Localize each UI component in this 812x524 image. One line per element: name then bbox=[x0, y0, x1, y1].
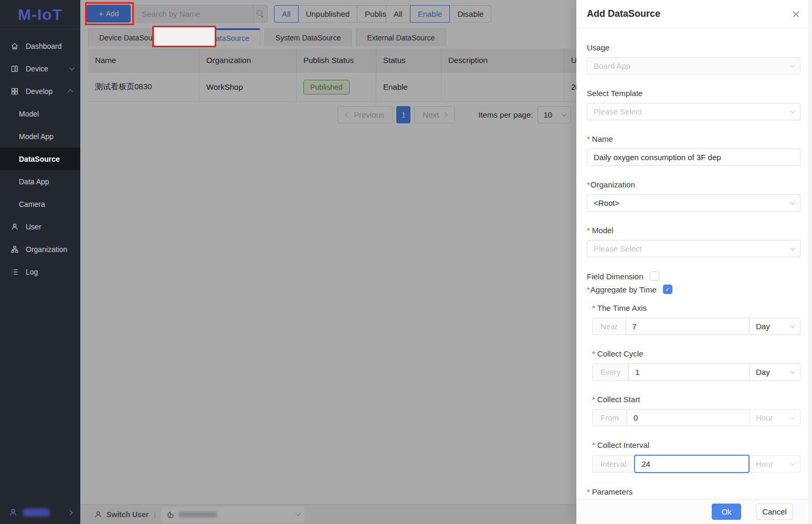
organization-label: Organization bbox=[590, 180, 635, 189]
user-avatar-icon bbox=[8, 508, 18, 517]
required-asterisk: * bbox=[592, 349, 595, 358]
chevron-down-icon bbox=[790, 323, 795, 328]
drawer-header: Add DataSource bbox=[576, 0, 812, 28]
collect-cycle-unit-select[interactable]: Day bbox=[749, 363, 800, 381]
drawer-scrollbar[interactable] bbox=[808, 0, 812, 524]
chevron-down-icon bbox=[790, 414, 795, 420]
aggregate-by-time-row: * Aggregate by Time bbox=[587, 285, 800, 294]
sidebar-item-dashboard[interactable]: Dashboard bbox=[0, 35, 80, 57]
username-redacted bbox=[23, 509, 49, 516]
sidebar: M-IoT Dashboard Device Develop Model Mod… bbox=[0, 0, 80, 524]
sidebar-item-data-app[interactable]: Data App bbox=[0, 170, 80, 193]
usage-field: Usage Board App bbox=[587, 43, 800, 75]
collect-start-field: * Collect Start From Hour bbox=[592, 395, 800, 426]
collect-interval-prefix: Interval bbox=[592, 455, 635, 473]
required-asterisk: * bbox=[587, 487, 590, 496]
add-datasource-drawer: Add DataSource Usage Board App Select Te… bbox=[576, 0, 812, 524]
required-asterisk: * bbox=[592, 395, 595, 404]
cancel-button[interactable]: Cancel bbox=[756, 504, 793, 520]
template-label: Select Template bbox=[587, 89, 800, 98]
sidebar-item-label: Log bbox=[26, 268, 73, 276]
collect-start-unit: Hour bbox=[756, 413, 773, 422]
required-asterisk: * bbox=[592, 303, 595, 312]
template-field: Select Template Please Select bbox=[587, 89, 800, 120]
usage-value: Board App bbox=[594, 61, 630, 70]
app-screen: M-IoT Dashboard Device Develop Model Mod… bbox=[0, 0, 812, 524]
required-asterisk: * bbox=[587, 180, 590, 189]
sidebar-item-log[interactable]: Log bbox=[0, 260, 80, 283]
organization-field: * Organization <Root> bbox=[587, 180, 800, 212]
usage-label: Usage bbox=[587, 43, 800, 52]
organization-icon bbox=[10, 245, 19, 254]
chevron-down-icon bbox=[790, 460, 795, 466]
sidebar-item-organization[interactable]: Organization bbox=[0, 238, 80, 260]
field-dimension-checkbox[interactable] bbox=[650, 271, 659, 281]
collect-start-label: Collect Start bbox=[597, 395, 640, 404]
ok-button[interactable]: Ok bbox=[712, 504, 741, 520]
model-field: * Model Please Select bbox=[587, 226, 800, 257]
sidebar-item-label: Develop bbox=[26, 87, 62, 96]
name-input[interactable] bbox=[587, 149, 800, 166]
template-placeholder: Please Select bbox=[594, 107, 642, 116]
sidebar-item-label: Dashboard bbox=[26, 42, 73, 50]
sidebar-item-model[interactable]: Model bbox=[0, 102, 80, 125]
drawer-title: Add DataSource bbox=[587, 8, 660, 19]
collect-cycle-unit: Day bbox=[756, 368, 770, 376]
sidebar-item-label: Device bbox=[26, 65, 62, 73]
sidebar-item-label: Organization bbox=[26, 245, 73, 254]
chevron-down-icon bbox=[69, 65, 75, 70]
collect-cycle-label: Collect Cycle bbox=[597, 349, 644, 358]
time-axis-field: * The Time Axis Near Day bbox=[592, 303, 800, 335]
time-axis-unit: Day bbox=[756, 322, 770, 331]
sidebar-item-develop[interactable]: Develop bbox=[0, 80, 80, 102]
time-axis-input[interactable] bbox=[626, 318, 750, 335]
sidebar-item-camera[interactable]: Camera bbox=[0, 193, 80, 215]
chevron-down-icon bbox=[790, 200, 795, 205]
sidebar-item-device[interactable]: Device bbox=[0, 57, 80, 80]
chevron-up-icon bbox=[68, 89, 73, 95]
model-select[interactable]: Please Select bbox=[587, 240, 800, 257]
aggregate-by-time-checkbox[interactable] bbox=[663, 285, 672, 294]
collect-interval-input[interactable] bbox=[634, 455, 750, 473]
usage-select[interactable]: Board App bbox=[587, 57, 800, 75]
sidebar-item-model-app[interactable]: Model App bbox=[0, 125, 80, 148]
drawer-footer: Ok Cancel bbox=[576, 499, 808, 524]
collect-start-unit-select[interactable]: Hour bbox=[749, 409, 800, 426]
chevron-down-icon bbox=[790, 245, 795, 250]
collect-interval-field: * Collect Interval Interval Hour bbox=[592, 441, 800, 473]
name-label: Name bbox=[592, 134, 613, 143]
sidebar-item-user[interactable]: User bbox=[0, 215, 80, 238]
collect-cycle-input[interactable] bbox=[628, 363, 750, 381]
aggregate-by-time-label: Aggregate by Time bbox=[590, 285, 657, 294]
parameters-field: * Parameters Identity Method Operations bbox=[587, 487, 800, 499]
time-axis-unit-select[interactable]: Day bbox=[749, 318, 800, 335]
sidebar-footer bbox=[0, 501, 80, 524]
organization-select[interactable]: <Root> bbox=[587, 194, 800, 212]
drawer-mask[interactable] bbox=[80, 0, 576, 524]
drawer-body: Usage Board App Select Template Please S… bbox=[576, 28, 812, 499]
user-icon bbox=[10, 223, 19, 231]
chevron-down-icon bbox=[790, 369, 795, 374]
required-asterisk: * bbox=[587, 134, 590, 143]
sidebar-item-datasource[interactable]: DataSource bbox=[0, 148, 80, 170]
required-asterisk: * bbox=[587, 226, 590, 235]
device-icon bbox=[10, 65, 19, 73]
sidebar-collapse-icon[interactable] bbox=[68, 510, 73, 515]
collect-cycle-field: * Collect Cycle Every Day bbox=[592, 349, 800, 381]
model-placeholder: Please Select bbox=[594, 244, 642, 253]
name-field: * Name bbox=[587, 134, 800, 166]
collect-start-input[interactable] bbox=[627, 409, 750, 426]
home-icon bbox=[10, 42, 19, 50]
required-asterisk: * bbox=[592, 441, 595, 449]
organization-value: <Root> bbox=[594, 198, 619, 207]
time-axis-prefix: Near bbox=[592, 318, 626, 335]
template-select[interactable]: Please Select bbox=[587, 103, 800, 120]
app-logo: M-IoT bbox=[0, 0, 80, 29]
parameters-label: Parameters bbox=[592, 487, 633, 496]
close-icon[interactable] bbox=[791, 9, 802, 19]
develop-grid-icon bbox=[10, 87, 19, 96]
chevron-down-icon bbox=[790, 108, 795, 113]
collect-interval-unit-select[interactable]: Hour bbox=[749, 455, 800, 473]
time-axis-label: The Time Axis bbox=[597, 303, 647, 312]
log-icon bbox=[10, 268, 19, 276]
